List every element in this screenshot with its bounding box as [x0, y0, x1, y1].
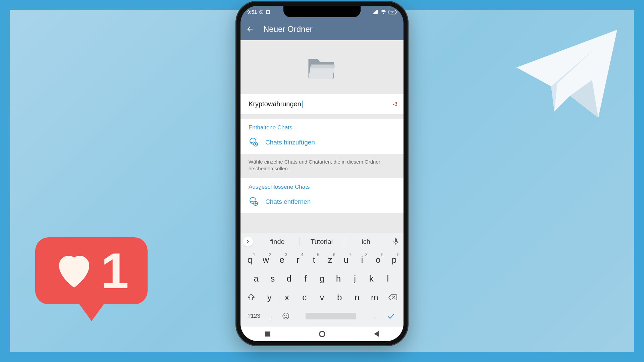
key-a[interactable]: a [249, 270, 264, 287]
key-b[interactable]: b [331, 289, 347, 305]
key-l[interactable]: l [380, 270, 395, 287]
nav-back-button[interactable] [371, 329, 381, 339]
app-bar: Neuer Ordner [240, 18, 404, 40]
wifi-icon [381, 10, 386, 14]
emoji-icon [282, 312, 290, 320]
suggestion-2[interactable]: Tutorial [300, 233, 344, 250]
key-f[interactable]: f [298, 270, 313, 287]
android-navbar [240, 326, 404, 341]
screenshot-icon [266, 10, 270, 14]
remove-chats-label: Chats entfernen [265, 198, 311, 205]
add-chats-button[interactable]: Chats hinzufügen [240, 134, 404, 154]
key-n[interactable]: n [349, 289, 365, 305]
svg-point-9 [284, 315, 285, 316]
key-y[interactable]: y [261, 289, 277, 305]
svg-rect-0 [267, 10, 270, 13]
included-description: Wähle einzelne Chats und Chatarten, die … [240, 154, 404, 178]
mic-button[interactable] [388, 233, 404, 250]
shift-key[interactable] [243, 289, 260, 305]
char-counter: -3 [393, 101, 397, 107]
back-button[interactable] [246, 25, 254, 33]
phone-notch [283, 6, 361, 17]
remove-chats-button[interactable]: Chats entfernen [240, 193, 404, 213]
content-area: -3 Enthaltene Chats Chats hinzufügen Wäh… [240, 40, 404, 233]
battery-percent: 22 [390, 10, 394, 14]
recent-apps-button[interactable] [263, 329, 273, 339]
folder-icon [307, 54, 337, 80]
key-s[interactable]: s [265, 270, 280, 287]
expand-suggestions[interactable] [240, 233, 255, 250]
key-t[interactable]: t5 [307, 252, 321, 268]
key-c[interactable]: c [297, 289, 313, 305]
key-w[interactable]: w2 [259, 252, 273, 268]
keyboard: finde Tutorial ich q1w2e3r4t5z6u7i8o9p0 … [240, 233, 404, 326]
key-p[interactable]: p0 [387, 252, 401, 268]
period-key[interactable]: . [369, 308, 381, 324]
like-count: 1 [101, 246, 129, 296]
included-title: Enthaltene Chats [240, 119, 404, 134]
key-j[interactable]: j [347, 270, 363, 287]
canvas: 1 9:51 [0, 0, 644, 362]
like-bubble: 1 [35, 237, 148, 304]
key-r[interactable]: r4 [290, 252, 305, 268]
key-o[interactable]: o9 [371, 252, 385, 268]
chat-add-icon [249, 137, 258, 148]
do-not-disturb-icon [259, 10, 264, 14]
key-e[interactable]: e3 [275, 252, 289, 268]
symbols-key[interactable]: ?123 [245, 308, 263, 324]
add-chats-label: Chats hinzufügen [265, 139, 315, 146]
key-g[interactable]: g [314, 270, 329, 287]
status-time: 9:51 [247, 9, 257, 15]
folder-name-input[interactable] [249, 100, 302, 108]
suggestion-3[interactable]: ich [344, 233, 388, 250]
emoji-key[interactable] [279, 308, 293, 324]
suggestion-bar: finde Tutorial ich [240, 233, 404, 250]
key-k[interactable]: k [364, 270, 379, 287]
signal-icon [373, 10, 379, 14]
enter-key[interactable] [383, 308, 399, 324]
key-m[interactable]: m [367, 289, 383, 305]
backspace-icon [388, 294, 397, 301]
chat-remove-icon [249, 196, 258, 207]
comma-key[interactable]: , [265, 308, 277, 324]
telegram-plane-icon [510, 23, 624, 124]
phone-frame: 9:51 22 [236, 2, 408, 345]
folder-name-row: -3 [240, 94, 404, 114]
key-u[interactable]: u7 [339, 252, 354, 268]
check-icon [387, 313, 395, 319]
key-x[interactable]: x [279, 289, 295, 305]
suggestion-1[interactable]: finde [255, 233, 300, 250]
excluded-title: Ausgeschlossene Chats [240, 178, 404, 193]
key-i[interactable]: i8 [355, 252, 370, 268]
key-z[interactable]: z6 [323, 252, 337, 268]
svg-point-8 [283, 313, 289, 319]
key-v[interactable]: v [314, 289, 330, 305]
key-q[interactable]: q1 [243, 252, 257, 268]
space-key[interactable] [294, 308, 367, 324]
page-title: Neuer Ordner [263, 24, 313, 34]
excluded-chats-section: Ausgeschlossene Chats Chats entfernen [240, 178, 404, 213]
folder-illustration [240, 40, 404, 94]
backspace-key[interactable] [384, 289, 401, 305]
svg-point-10 [286, 315, 287, 316]
text-cursor [302, 101, 303, 108]
shift-icon [248, 294, 255, 301]
key-d[interactable]: d [281, 270, 297, 287]
heart-icon [54, 252, 94, 289]
home-button[interactable] [317, 329, 327, 339]
chevron-right-icon [246, 240, 250, 244]
arrow-left-icon [246, 25, 254, 33]
battery-icon: 22 [388, 10, 397, 14]
svg-rect-2 [397, 11, 397, 13]
included-chats-section: Enthaltene Chats Chats hinzufügen [240, 119, 404, 154]
microphone-icon [393, 238, 399, 245]
key-h[interactable]: h [331, 270, 346, 287]
svg-rect-7 [395, 238, 397, 242]
